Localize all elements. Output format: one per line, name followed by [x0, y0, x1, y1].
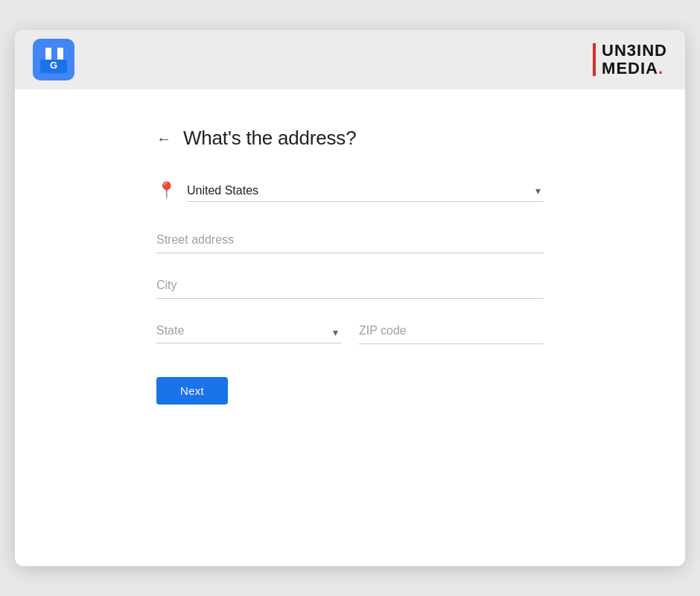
content-area: ← What's the address? 📍 United States Ca…	[15, 89, 685, 566]
page-header: ← What's the address?	[156, 127, 544, 150]
location-pin-icon: 📍	[156, 181, 176, 200]
next-button[interactable]: Next	[156, 377, 228, 405]
top-bar: G UN3IND MEDIA.	[15, 30, 685, 89]
page-title: What's the address?	[183, 127, 356, 150]
brand-dot: .	[658, 59, 664, 77]
brand-line1: UN3IND	[602, 42, 667, 60]
brand-line2-text: MEDIA	[602, 59, 658, 77]
brand-logo: UN3IND MEDIA.	[593, 42, 667, 77]
country-row: 📍 United States Canada United Kingdom Au…	[156, 180, 544, 202]
store-g-letter: G	[50, 60, 57, 71]
country-select[interactable]: United States Canada United Kingdom Aust…	[187, 180, 544, 202]
state-select[interactable]: State	[156, 320, 341, 343]
zip-group	[359, 320, 544, 344]
state-zip-row: State	[156, 320, 544, 344]
city-group	[156, 274, 544, 299]
street-address-group	[156, 229, 544, 253]
country-select-wrapper: United States Canada United Kingdom Aust…	[187, 180, 544, 202]
street-address-input[interactable]	[156, 229, 544, 253]
google-business-icon: G	[33, 39, 74, 80]
browser-window: G UN3IND MEDIA. ← What's the address?	[15, 30, 685, 566]
brand-bar	[593, 43, 596, 76]
state-group: State	[156, 320, 341, 344]
form-container: ← What's the address? 📍 United States Ca…	[156, 127, 544, 405]
back-button[interactable]: ←	[156, 131, 171, 146]
zip-input[interactable]	[359, 320, 544, 344]
brand-text: UN3IND MEDIA.	[602, 42, 667, 77]
city-input[interactable]	[156, 274, 544, 299]
brand-line2: MEDIA.	[602, 60, 667, 77]
